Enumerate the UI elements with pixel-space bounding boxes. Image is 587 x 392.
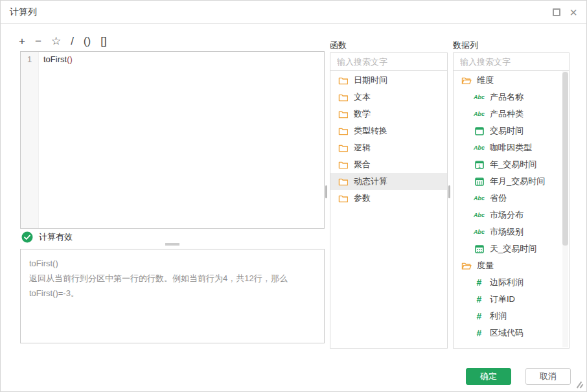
functions-search-input[interactable] bbox=[330, 53, 447, 71]
parentheses-icon[interactable]: () bbox=[84, 36, 91, 47]
data-column-item[interactable]: 度量 bbox=[454, 257, 569, 274]
data-column-item[interactable]: # 边际利润 bbox=[454, 274, 569, 291]
maximize-icon[interactable] bbox=[553, 8, 560, 16]
code-text: toFirst bbox=[43, 54, 67, 64]
data-column-item[interactable]: 天_交易时间 bbox=[454, 240, 569, 257]
resize-grip-icon[interactable] bbox=[574, 380, 584, 389]
function-signature: toFirst() bbox=[29, 257, 316, 271]
folder-open-icon bbox=[461, 262, 472, 270]
data-column-item[interactable]: # 利润 bbox=[454, 308, 569, 325]
plus-icon[interactable]: + bbox=[19, 36, 25, 47]
check-circle-icon bbox=[21, 231, 33, 243]
data-column-item[interactable]: Abc 省份 bbox=[454, 190, 569, 207]
functions-columns-splitter-handle[interactable] bbox=[448, 185, 450, 198]
functions-panel: 日期时间 文本 数学 类型转换 逻辑 聚合 动态计算 参数 bbox=[330, 52, 448, 349]
description-collapse-handle[interactable] bbox=[165, 243, 179, 246]
calendar-grid-icon bbox=[474, 177, 485, 186]
folder-icon bbox=[338, 127, 349, 135]
data-columns-panel: 维度 Abc 产品名称 Abc 产品种类 交易时间 Abc 咖啡因类型 1 年_… bbox=[453, 52, 570, 349]
calendar-day-icon: 1 bbox=[474, 160, 485, 169]
function-category-item[interactable]: 聚合 bbox=[330, 156, 447, 173]
svg-text:1: 1 bbox=[478, 164, 481, 168]
data-column-item[interactable]: Abc 咖啡因类型 bbox=[454, 139, 569, 156]
hash-icon: # bbox=[474, 277, 485, 288]
calendar-icon bbox=[474, 126, 485, 135]
folder-icon bbox=[338, 93, 349, 102]
editor-functions-splitter-handle[interactable] bbox=[325, 185, 327, 198]
cancel-button[interactable]: 取消 bbox=[525, 368, 571, 385]
folder-icon bbox=[338, 194, 349, 203]
data-columns-list: 维度 Abc 产品名称 Abc 产品种类 交易时间 Abc 咖啡因类型 1 年_… bbox=[454, 71, 569, 341]
calculated-column-dialog: 计算列 × +−☆/()[] 1 toFirst() 计算有效 toFirst(… bbox=[0, 0, 587, 392]
dialog-title: 计算列 bbox=[10, 6, 37, 18]
columns-scrollbar-thumb[interactable] bbox=[562, 72, 568, 246]
abc-icon: Abc bbox=[474, 144, 485, 151]
status-label: 计算有效 bbox=[39, 231, 73, 243]
brackets-icon[interactable]: [] bbox=[100, 36, 106, 47]
columns-scrollbar-track[interactable] bbox=[562, 71, 568, 347]
line-number: 1 bbox=[21, 52, 38, 64]
validation-status: 计算有效 bbox=[21, 231, 73, 243]
columns-panel-title: 数据列 bbox=[453, 40, 478, 51]
function-category-item[interactable]: 日期时间 bbox=[330, 72, 447, 89]
abc-icon: Abc bbox=[474, 229, 485, 235]
data-column-item[interactable]: Abc 市场分布 bbox=[454, 207, 569, 224]
minus-icon[interactable]: − bbox=[35, 36, 41, 47]
ok-button[interactable]: 确定 bbox=[466, 368, 511, 385]
data-column-item[interactable]: 交易时间 bbox=[454, 122, 569, 139]
function-description: toFirst() 返回从当前行到分区中第一行的行数。例如当前行为4，共12行，… bbox=[20, 249, 325, 343]
data-column-item[interactable]: 维度 bbox=[454, 72, 569, 89]
folder-icon bbox=[338, 161, 349, 169]
hash-icon: # bbox=[474, 294, 485, 305]
operator-toolbar: +−☆/()[] bbox=[19, 36, 107, 47]
data-column-item[interactable]: 年月_交易时间 bbox=[454, 173, 569, 190]
abc-icon: Abc bbox=[474, 111, 485, 117]
function-category-item[interactable]: 动态计算 bbox=[330, 173, 447, 190]
abc-icon: Abc bbox=[474, 212, 485, 218]
title-bar: 计算列 × bbox=[1, 1, 586, 24]
data-column-item[interactable]: # 区域代码 bbox=[454, 325, 569, 341]
functions-panel-title: 函数 bbox=[330, 40, 347, 51]
calendar-grid-icon bbox=[474, 244, 485, 253]
folder-icon bbox=[338, 144, 349, 152]
folder-icon bbox=[338, 110, 349, 119]
code-symbol: () bbox=[67, 54, 73, 64]
functions-list: 日期时间 文本 数学 类型转换 逻辑 聚合 动态计算 参数 bbox=[330, 71, 447, 207]
abc-icon: Abc bbox=[474, 94, 485, 100]
function-category-item[interactable]: 逻辑 bbox=[330, 139, 447, 156]
divide-icon[interactable]: / bbox=[71, 36, 74, 47]
function-category-item[interactable]: 数学 bbox=[330, 106, 447, 122]
folder-open-icon bbox=[461, 76, 472, 85]
function-category-item[interactable]: 文本 bbox=[330, 89, 447, 106]
data-column-item[interactable]: # 订单ID bbox=[454, 291, 569, 308]
formula-editor[interactable]: 1 toFirst() bbox=[20, 51, 325, 229]
close-icon[interactable]: × bbox=[570, 8, 577, 16]
code-area[interactable]: toFirst() bbox=[39, 52, 324, 228]
abc-icon: Abc bbox=[474, 195, 485, 202]
editor-gutter: 1 bbox=[21, 52, 39, 228]
hash-icon: # bbox=[474, 328, 485, 338]
data-column-item[interactable]: Abc 产品种类 bbox=[454, 106, 569, 122]
data-column-item[interactable]: 1 年_交易时间 bbox=[454, 156, 569, 173]
columns-search-input[interactable] bbox=[454, 53, 569, 71]
folder-icon bbox=[338, 76, 349, 85]
function-category-item[interactable]: 类型转换 bbox=[330, 122, 447, 139]
function-description-text: 返回从当前行到分区中第一行的行数。例如当前行为4，共12行，那么toFirst(… bbox=[29, 271, 316, 301]
multiply-star-icon[interactable]: ☆ bbox=[51, 36, 61, 47]
data-column-item[interactable]: Abc 市场级别 bbox=[454, 224, 569, 240]
folder-icon bbox=[338, 178, 349, 186]
hash-icon: # bbox=[474, 311, 485, 321]
data-column-item[interactable]: Abc 产品名称 bbox=[454, 89, 569, 106]
window-controls: × bbox=[553, 8, 577, 16]
function-category-item[interactable]: 参数 bbox=[330, 190, 447, 207]
